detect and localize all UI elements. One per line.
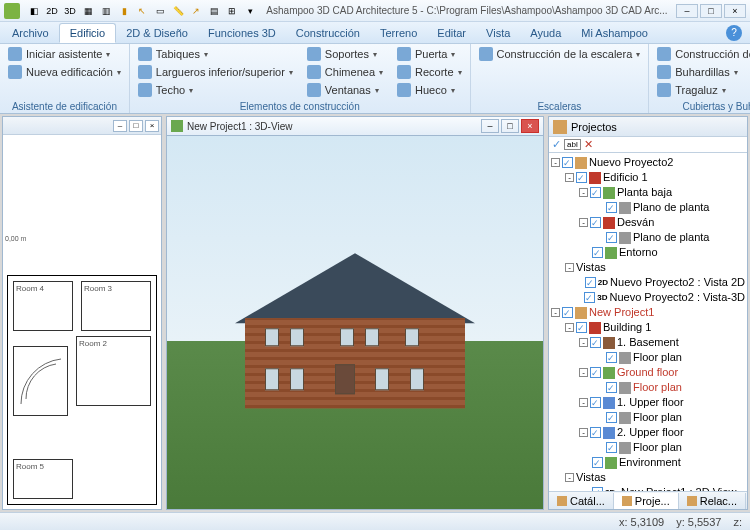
menu-tab-terreno[interactable]: Terreno — [370, 24, 427, 42]
expand-icon[interactable]: - — [579, 338, 588, 347]
tree-node[interactable]: -2. Upper floor — [551, 425, 745, 440]
checkbox[interactable] — [592, 457, 603, 468]
help-icon[interactable]: ? — [726, 25, 742, 41]
expand-icon[interactable]: - — [565, 323, 574, 332]
ribbon-button[interactable]: Puerta▾ — [395, 46, 464, 62]
ribbon-button[interactable]: Tragaluz▾ — [655, 82, 750, 98]
expand-icon[interactable]: - — [551, 158, 560, 167]
project-tree[interactable]: -Nuevo Proyecto2-Edificio 1-Planta bajaP… — [549, 153, 747, 491]
checkbox[interactable] — [606, 202, 617, 213]
tree-node[interactable]: Floor plan — [551, 410, 745, 425]
ribbon-button[interactable]: Soportes▾ — [305, 46, 385, 62]
floorplan-2d[interactable]: 0,00 m Room 4 Room 3 Room 2 Room 5 — [3, 135, 161, 509]
tree-node[interactable]: -Ground floor — [551, 365, 745, 380]
qat-btn[interactable]: ↗ — [188, 3, 204, 19]
qat-btn[interactable]: ▥ — [98, 3, 114, 19]
ribbon-button[interactable]: Hueco▾ — [395, 82, 464, 98]
tree-node[interactable]: -Edificio 1 — [551, 170, 745, 185]
menu-tab-archivo[interactable]: Archivo — [2, 24, 59, 42]
checkbox[interactable] — [590, 397, 601, 408]
qat-btn[interactable]: ⊞ — [224, 3, 240, 19]
ribbon-button[interactable]: Ventanas▾ — [305, 82, 385, 98]
ribbon-button[interactable]: Recorte▾ — [395, 64, 464, 80]
checkbox[interactable] — [606, 352, 617, 363]
qat-btn[interactable]: ▭ — [152, 3, 168, 19]
checkbox[interactable] — [584, 292, 595, 303]
qat-btn[interactable]: 2D — [44, 3, 60, 19]
checkbox[interactable] — [585, 277, 596, 288]
checkbox[interactable] — [590, 427, 601, 438]
tree-node[interactable]: 3DNuevo Proyecto2 : Vista-3D — [551, 290, 745, 305]
ribbon-button[interactable]: Nueva edificación▾ — [6, 64, 123, 80]
checkbox[interactable] — [606, 232, 617, 243]
checkbox[interactable] — [562, 157, 573, 168]
tree-node[interactable]: Floor plan — [551, 350, 745, 365]
tree-node[interactable]: Plano de planta — [551, 230, 745, 245]
panel-tab[interactable]: Relac... — [679, 493, 746, 509]
tree-node[interactable]: -Vistas — [551, 470, 745, 485]
render-canvas[interactable] — [166, 136, 544, 510]
viewport-max-button[interactable]: □ — [501, 119, 519, 133]
expand-icon[interactable]: - — [579, 218, 588, 227]
expand-icon[interactable]: - — [579, 398, 588, 407]
checkbox[interactable] — [590, 217, 601, 228]
tree-node[interactable]: -1. Basement — [551, 335, 745, 350]
checkbox[interactable] — [592, 487, 603, 491]
menu-tab-mi-ashampoo[interactable]: Mi Ashampoo — [571, 24, 658, 42]
qat-btn[interactable]: ▤ — [206, 3, 222, 19]
tree-node[interactable]: -Planta baja — [551, 185, 745, 200]
checkbox[interactable] — [576, 172, 587, 183]
tree-node[interactable]: -Desván — [551, 215, 745, 230]
expand-icon[interactable]: - — [565, 263, 574, 272]
minimize-button[interactable]: – — [676, 4, 698, 18]
ribbon-button[interactable]: Iniciar asistente▾ — [6, 46, 123, 62]
checkbox[interactable] — [592, 247, 603, 258]
panel-tab[interactable]: Fot... — [746, 493, 750, 509]
close-button[interactable]: × — [724, 4, 746, 18]
menu-tab-2d-dise-o[interactable]: 2D & Diseño — [116, 24, 198, 42]
checkbox[interactable] — [606, 412, 617, 423]
qat-dropdown[interactable]: ▾ — [242, 3, 258, 19]
delete-icon[interactable]: ✕ — [584, 138, 593, 151]
expand-icon[interactable]: - — [565, 473, 574, 482]
tree-node[interactable]: -Vistas — [551, 260, 745, 275]
panel-close-button[interactable]: × — [145, 120, 159, 132]
tree-node[interactable]: Environment — [551, 455, 745, 470]
tree-node[interactable]: Plano de planta — [551, 200, 745, 215]
checkbox[interactable] — [576, 322, 587, 333]
checkbox[interactable] — [590, 187, 601, 198]
check-icon[interactable]: ✓ — [552, 138, 561, 151]
ribbon-button[interactable]: Construcción de la escalera▾ — [477, 46, 643, 62]
qat-btn[interactable]: 3D — [62, 3, 78, 19]
tree-node[interactable]: -Nuevo Proyecto2 — [551, 155, 745, 170]
expand-icon[interactable]: - — [565, 173, 574, 182]
checkbox[interactable] — [590, 337, 601, 348]
ribbon-button[interactable]: Tabiques▾ — [136, 46, 295, 62]
qat-btn[interactable]: ◧ — [26, 3, 42, 19]
panel-max-button[interactable]: □ — [129, 120, 143, 132]
checkbox[interactable] — [590, 367, 601, 378]
maximize-button[interactable]: □ — [700, 4, 722, 18]
checkbox[interactable] — [606, 442, 617, 453]
menu-tab-edificio[interactable]: Edificio — [59, 23, 116, 43]
ribbon-button[interactable]: Largueros inferior/superior▾ — [136, 64, 295, 80]
viewport-close-button[interactable]: × — [521, 119, 539, 133]
expand-icon[interactable]: - — [551, 308, 560, 317]
tree-node[interactable]: Entorno — [551, 245, 745, 260]
rename-icon[interactable]: abl — [564, 139, 581, 150]
qat-btn[interactable]: ▦ — [80, 3, 96, 19]
ribbon-button[interactable]: Buhardillas▾ — [655, 64, 750, 80]
tree-node[interactable]: -New Project1 — [551, 305, 745, 320]
ribbon-button[interactable]: Construcción de cubiertas▾ — [655, 46, 750, 62]
checkbox[interactable] — [606, 382, 617, 393]
viewport-min-button[interactable]: – — [481, 119, 499, 133]
menu-tab-vista[interactable]: Vista — [476, 24, 520, 42]
tree-node[interactable]: 2DNuevo Proyecto2 : Vista 2D — [551, 275, 745, 290]
tree-node[interactable]: Floor plan — [551, 380, 745, 395]
tree-node[interactable]: -Building 1 — [551, 320, 745, 335]
menu-tab-ayuda[interactable]: Ayuda — [520, 24, 571, 42]
expand-icon[interactable]: - — [579, 368, 588, 377]
expand-icon[interactable]: - — [579, 428, 588, 437]
tree-node[interactable]: -1. Upper floor — [551, 395, 745, 410]
qat-btn[interactable]: ↖ — [134, 3, 150, 19]
